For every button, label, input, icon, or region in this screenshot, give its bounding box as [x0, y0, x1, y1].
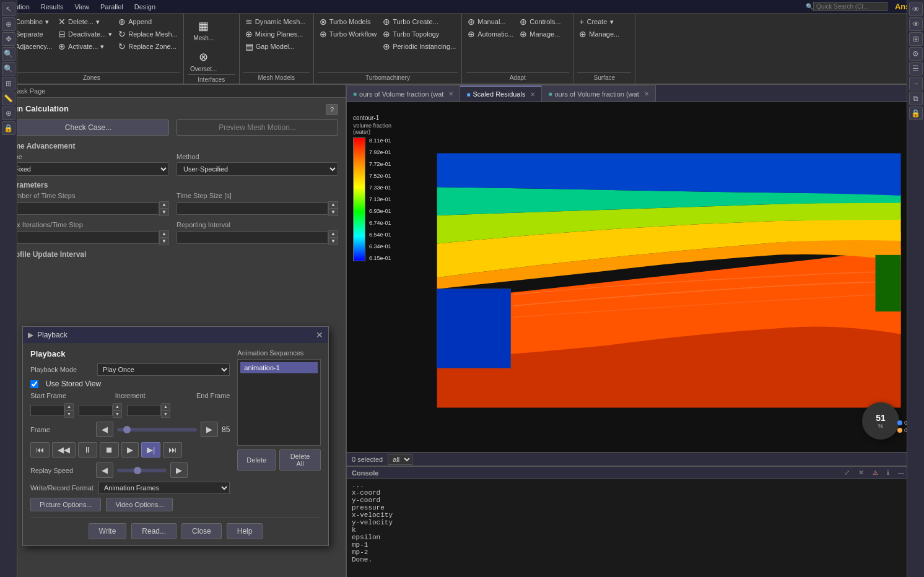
- tab-close-2[interactable]: ✕: [644, 90, 649, 97]
- reporting-down[interactable]: ▼: [328, 238, 338, 245]
- replay-speed-slider[interactable]: [117, 469, 167, 472]
- write-button[interactable]: Write: [89, 523, 127, 539]
- turbo-topology-button[interactable]: ⊕ Turbo Topology: [381, 28, 458, 40]
- close-button[interactable]: Close: [181, 523, 222, 539]
- time-step-size-input[interactable]: 0.01: [177, 202, 328, 215]
- stop-button[interactable]: ⏹: [100, 442, 119, 458]
- start-frame-arrows[interactable]: ▲ ▼: [64, 403, 74, 418]
- menu-parallel[interactable]: Parallel: [100, 3, 123, 11]
- use-stored-view-checkbox[interactable]: [30, 380, 38, 388]
- create-surface-button[interactable]: + Create ▾: [577, 16, 621, 27]
- menu-results[interactable]: Results: [41, 3, 64, 11]
- playback-mode-select[interactable]: Play Once: [97, 363, 230, 376]
- increment-input[interactable]: 1: [79, 405, 113, 416]
- quick-search-input[interactable]: [813, 2, 887, 11]
- playback-close-button[interactable]: ✕: [316, 330, 323, 340]
- end-frame-down[interactable]: ▼: [161, 410, 170, 418]
- tab-2[interactable]: ■ ours of Volume fraction (wat ✕: [542, 85, 655, 102]
- read-button[interactable]: Read...: [131, 523, 177, 539]
- console-expand-icon[interactable]: ⤢: [844, 469, 850, 477]
- skip-to-start-button[interactable]: ⏮: [30, 442, 50, 458]
- automatic-button[interactable]: ⊕ Automatic...: [466, 28, 515, 40]
- reporting-interval-input[interactable]: 1: [177, 232, 328, 244]
- picture-options-button[interactable]: Picture Options...: [30, 498, 101, 511]
- selected-type-select[interactable]: all: [388, 454, 412, 465]
- mesh-button[interactable]: ▦ Mesh...: [188, 16, 220, 43]
- deactivate-button[interactable]: ⊟ Deactivate... ▾: [56, 28, 114, 40]
- tab-close-1[interactable]: ✕: [530, 91, 535, 98]
- manage-button[interactable]: ⊕ Manage...: [518, 28, 562, 40]
- max-iter-up[interactable]: ▲: [159, 230, 169, 238]
- delete-sequence-button[interactable]: Delete: [237, 449, 276, 471]
- num-time-steps-spinner[interactable]: ▲ ▼: [159, 201, 169, 216]
- turbo-workflow-button[interactable]: ⊕ Turbo Workflow: [318, 28, 378, 40]
- time-step-up[interactable]: ▲: [328, 201, 338, 209]
- start-frame-down[interactable]: ▼: [64, 410, 74, 418]
- max-iter-down[interactable]: ▼: [159, 238, 169, 245]
- dynamic-mesh-button[interactable]: ≋ Dynamic Mesh...: [243, 16, 308, 27]
- tab-close-0[interactable]: ✕: [448, 90, 453, 97]
- manual-button[interactable]: ⊕ Manual...: [466, 16, 515, 27]
- max-iter-input[interactable]: 20: [7, 232, 159, 244]
- num-time-steps-up[interactable]: ▲: [159, 201, 169, 209]
- mixing-planes-button[interactable]: ⊕ Mixing Planes...: [243, 28, 308, 40]
- append-button[interactable]: ⊕ Append: [116, 16, 179, 27]
- copy-tool[interactable]: ⧉: [909, 102, 923, 105]
- turbo-models-button[interactable]: ⊗ Turbo Models: [318, 16, 378, 27]
- step-back-button[interactable]: ◀◀: [52, 442, 76, 458]
- time-step-spinner[interactable]: ▲ ▼: [328, 201, 338, 216]
- write-record-select[interactable]: Animation Frames: [98, 482, 230, 494]
- lock2-tool[interactable]: 🔒: [909, 106, 923, 120]
- play-button[interactable]: ▶: [121, 442, 139, 458]
- increment-arrows[interactable]: ▲ ▼: [113, 403, 122, 418]
- delete-button[interactable]: ✕ Delete... ▾: [56, 16, 114, 27]
- num-time-steps-down[interactable]: ▼: [159, 209, 169, 216]
- preview-mesh-button[interactable]: Preview Mesh Motion...: [177, 119, 338, 136]
- help-button[interactable]: ?: [326, 104, 338, 115]
- end-frame-arrows[interactable]: ▲ ▼: [161, 403, 170, 418]
- reporting-interval-spinner[interactable]: ▲ ▼: [328, 230, 338, 245]
- manage-surface-button[interactable]: ⊕ Manage...: [577, 28, 621, 40]
- replace-mesh-button[interactable]: ↻ Replace Mesh...: [116, 28, 179, 40]
- start-frame-input[interactable]: 1: [30, 405, 64, 416]
- activate-button[interactable]: ⊕ Activate... ▾: [56, 41, 114, 52]
- tab-1[interactable]: ■ Scaled Residuals ✕: [460, 85, 542, 102]
- console-info-icon[interactable]: ℹ: [887, 469, 889, 476]
- end-frame-up[interactable]: ▲: [161, 403, 170, 410]
- check-case-button[interactable]: Check Case...: [7, 119, 169, 136]
- increment-up[interactable]: ▲: [113, 403, 122, 410]
- overset-button[interactable]: ⊗ Overset...: [188, 47, 220, 74]
- console-clear-icon[interactable]: —: [898, 469, 904, 476]
- end-frame-input[interactable]: 1000: [127, 405, 161, 416]
- prev-frame-button[interactable]: ◀: [96, 422, 113, 437]
- time-step-down[interactable]: ▼: [328, 209, 338, 216]
- gap-model-button[interactable]: ▤ Gap Model...: [243, 41, 308, 52]
- video-options-button[interactable]: Video Options...: [106, 498, 173, 511]
- start-frame-up[interactable]: ▲: [64, 403, 74, 410]
- console-warning-icon[interactable]: ⚠: [873, 469, 878, 476]
- tab-0[interactable]: ■ ours of Volume fraction (wat ✕: [347, 85, 460, 102]
- menu-view[interactable]: View: [74, 3, 89, 11]
- help-button-dialog[interactable]: Help: [227, 523, 263, 539]
- turbo-create-button[interactable]: ⊕ Turbo Create...: [381, 16, 458, 27]
- skip-to-end-button[interactable]: ⏭: [163, 442, 182, 458]
- type-select[interactable]: Fixed: [7, 162, 169, 176]
- animation-sequence-item[interactable]: animation-1: [240, 362, 318, 373]
- method-select[interactable]: User-Specified: [177, 162, 338, 176]
- periodic-instancing-button[interactable]: ⊕ Periodic Instancing...: [381, 41, 458, 52]
- delete-all-sequences-button[interactable]: Delete All: [279, 449, 321, 471]
- max-iter-spinner[interactable]: ▲ ▼: [159, 230, 169, 245]
- speed-increase-button[interactable]: ▶: [170, 462, 188, 478]
- console-close-icon[interactable]: ✕: [858, 469, 864, 477]
- reporting-up[interactable]: ▲: [328, 230, 338, 238]
- frame-slider[interactable]: [117, 428, 197, 432]
- controls-button[interactable]: ⊕ Controls...: [518, 16, 562, 27]
- speed-decrease-button[interactable]: ◀: [96, 462, 113, 478]
- pause-button[interactable]: ⏸: [78, 442, 97, 458]
- next-frame-button[interactable]: ▶: [201, 422, 218, 437]
- num-time-steps-input[interactable]: 1000: [7, 202, 159, 215]
- step-forward-button[interactable]: ▶|: [141, 442, 160, 458]
- increment-down[interactable]: ▼: [113, 410, 122, 418]
- menu-design[interactable]: Design: [134, 3, 155, 11]
- replace-zone-button[interactable]: ↻ Replace Zone...: [116, 41, 179, 52]
